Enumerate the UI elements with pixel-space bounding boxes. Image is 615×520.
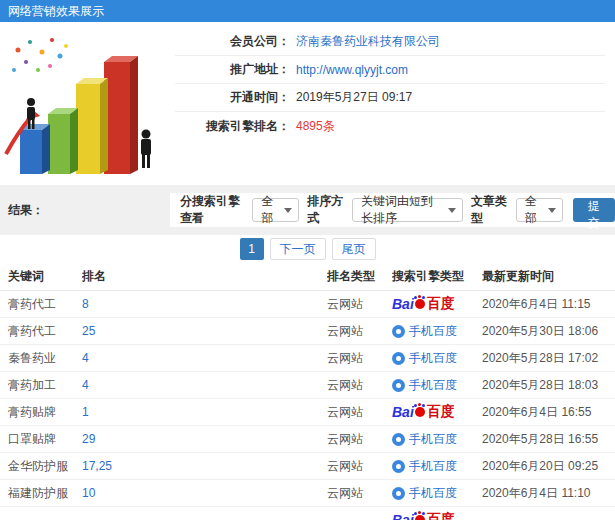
- pagination-next[interactable]: 下一页: [270, 238, 326, 260]
- member-company-link[interactable]: 济南秦鲁药业科技有限公司: [296, 33, 440, 50]
- mobile-baidu-link[interactable]: 手机百度: [392, 431, 457, 448]
- keyword-cell: 膏药贴牌: [0, 404, 82, 421]
- baidu-logo-text-du: 百度: [427, 295, 455, 313]
- time-cell: 2020年5月28日 16:55: [482, 431, 615, 448]
- engine-cell: Bai百度: [392, 403, 482, 421]
- col-update-time: 最新更新时间: [482, 268, 615, 285]
- table-row: 膏药加工4云网站手机百度2020年5月28日 18:03: [0, 372, 615, 399]
- rank-link[interactable]: 25: [82, 324, 327, 338]
- engine-rank-count-label: 搜索引擎排名：: [175, 118, 290, 135]
- engine-cell: Bai百度: [392, 295, 482, 313]
- time-cell: 2020年5月28日 18:03: [482, 377, 615, 394]
- promo-url-label: 推广地址：: [175, 61, 290, 78]
- baidu-logo-text-bai: Bai: [392, 512, 414, 520]
- time-cell: 2020年5月30日 18:06: [482, 323, 615, 340]
- engine-filter-select[interactable]: 全部: [252, 198, 299, 222]
- field-engine-rank-count: 搜索引擎排名： 4895条: [175, 112, 605, 140]
- mobile-baidu-icon: [392, 325, 405, 338]
- engine-filter-label: 分搜索引擎查看: [180, 193, 244, 227]
- mobile-baidu-icon: [392, 379, 405, 392]
- keyword-cell: 金华防护服: [0, 458, 82, 475]
- open-time-label: 开通时间：: [175, 89, 290, 106]
- pagination-last[interactable]: 尾页: [332, 238, 376, 260]
- article-type-value: 全部: [525, 193, 540, 227]
- mobile-baidu-link[interactable]: 手机百度: [392, 350, 457, 367]
- mobile-baidu-link[interactable]: 手机百度: [392, 485, 457, 502]
- chart-illustration: [0, 22, 175, 185]
- engine-cell: 手机百度: [392, 350, 482, 367]
- baidu-logo-text-bai: Bai: [392, 404, 414, 420]
- baidu-paw-icon: [415, 407, 425, 417]
- time-cell: 2020年6月20日 09:25: [482, 458, 615, 475]
- mobile-baidu-label: 手机百度: [409, 350, 457, 367]
- keyword-cell: 秦鲁药业: [0, 350, 82, 367]
- col-rank-type: 排名类型: [327, 268, 392, 285]
- sort-filter-select[interactable]: 关键词由短到长排序: [352, 198, 463, 222]
- rank-link[interactable]: 29: [82, 432, 327, 446]
- filter-panel: 分搜索引擎查看 全部 排序方式 关键词由短到长排序 文章类型 全部 提交: [170, 193, 615, 227]
- table-header-row: 关键词 排名 排名类型 搜索引擎类型 最新更新时间: [0, 263, 615, 291]
- sort-filter-label: 排序方式: [307, 193, 344, 227]
- rank-type-cell: 云网站: [327, 350, 392, 367]
- submit-button[interactable]: 提交: [573, 198, 615, 222]
- rank-link[interactable]: 10: [82, 486, 327, 500]
- page-title: 网络营销效果展示: [0, 0, 615, 22]
- keyword-cell: 膏药代工: [0, 323, 82, 340]
- rank-link[interactable]: 4: [82, 378, 327, 392]
- table-row: 膏药贴牌1云网站Bai百度2020年6月4日 16:55: [0, 399, 615, 426]
- baidu-logo[interactable]: Bai百度: [392, 403, 455, 421]
- rank-link[interactable]: 4: [82, 351, 327, 365]
- col-keyword: 关键词: [0, 268, 82, 285]
- bar-chart-image: [0, 22, 175, 185]
- rank-type-cell: 云网站: [327, 431, 392, 448]
- field-open-time: 开通时间： 2019年5月27日 09:17: [175, 84, 605, 112]
- table-row: 膏药代工25云网站手机百度2020年5月30日 18:06: [0, 318, 615, 345]
- pagination-page-1[interactable]: 1: [240, 238, 264, 260]
- rank-type-cell: 云网站: [327, 404, 392, 421]
- mobile-baidu-label: 手机百度: [409, 377, 457, 394]
- col-rank: 排名: [82, 268, 327, 285]
- time-cell: 2020年6月4日 11:15: [482, 296, 615, 313]
- baidu-logo[interactable]: Bai百度: [392, 511, 455, 520]
- engine-cell: 手机百度: [392, 458, 482, 475]
- engine-cell: 手机百度: [392, 323, 482, 340]
- mobile-baidu-icon: [392, 352, 405, 365]
- baidu-logo[interactable]: Bai百度: [392, 295, 455, 313]
- rank-type-cell: 云网站: [327, 485, 392, 502]
- table-body: 膏药代工8云网站Bai百度2020年6月4日 11:15膏药代工25云网站手机百…: [0, 291, 615, 520]
- mobile-baidu-link[interactable]: 手机百度: [392, 458, 457, 475]
- rank-type-cell: 云网站: [327, 323, 392, 340]
- table-row: 福建防护服10云网站手机百度2020年6月4日 11:10: [0, 480, 615, 507]
- result-section-label: 结果：: [0, 193, 170, 227]
- profile-panel: 会员公司： 济南秦鲁药业科技有限公司 推广地址： http://www.qlyy…: [0, 22, 615, 185]
- keyword-cell: 福建防护服: [0, 485, 82, 502]
- mobile-baidu-label: 手机百度: [409, 485, 457, 502]
- keyword-cell: 膏药加工: [0, 377, 82, 394]
- field-promo-url: 推广地址： http://www.qlyyjt.com: [175, 56, 605, 84]
- engine-cell: 手机百度: [392, 377, 482, 394]
- engine-cell: 手机百度: [392, 485, 482, 502]
- article-type-label: 文章类型: [471, 193, 508, 227]
- filter-band: 结果： 分搜索引擎查看 全部 排序方式 关键词由短到长排序 文章类型 全部 提交: [0, 193, 615, 227]
- rank-link[interactable]: 8: [82, 297, 327, 311]
- baidu-logo-text-bai: Bai: [392, 296, 414, 312]
- pagination: 1 下一页 尾页: [0, 235, 615, 263]
- chevron-down-icon: [284, 208, 292, 213]
- rank-link[interactable]: 17,25: [82, 459, 327, 473]
- promo-url-link[interactable]: http://www.qlyyjt.com: [296, 63, 408, 77]
- mobile-baidu-link[interactable]: 手机百度: [392, 323, 457, 340]
- table-row: Bai百度: [0, 507, 615, 520]
- time-cell: 2020年6月4日 16:55: [482, 404, 615, 421]
- ranking-table: 关键词 排名 排名类型 搜索引擎类型 最新更新时间 膏药代工8云网站Bai百度2…: [0, 263, 615, 520]
- article-type-select[interactable]: 全部: [516, 198, 563, 222]
- time-cell: 2020年6月4日 11:10: [482, 485, 615, 502]
- rank-type-cell: 云网站: [327, 296, 392, 313]
- mobile-baidu-link[interactable]: 手机百度: [392, 377, 457, 394]
- engine-filter-value: 全部: [261, 193, 276, 227]
- rank-link[interactable]: 1: [82, 405, 327, 419]
- table-row: 金华防护服17,25云网站手机百度2020年6月20日 09:25: [0, 453, 615, 480]
- field-member-company: 会员公司： 济南秦鲁药业科技有限公司: [175, 28, 605, 56]
- mobile-baidu-icon: [392, 433, 405, 446]
- engine-rank-count-value: 4895条: [296, 118, 335, 135]
- col-engine-type: 搜索引擎类型: [392, 268, 482, 285]
